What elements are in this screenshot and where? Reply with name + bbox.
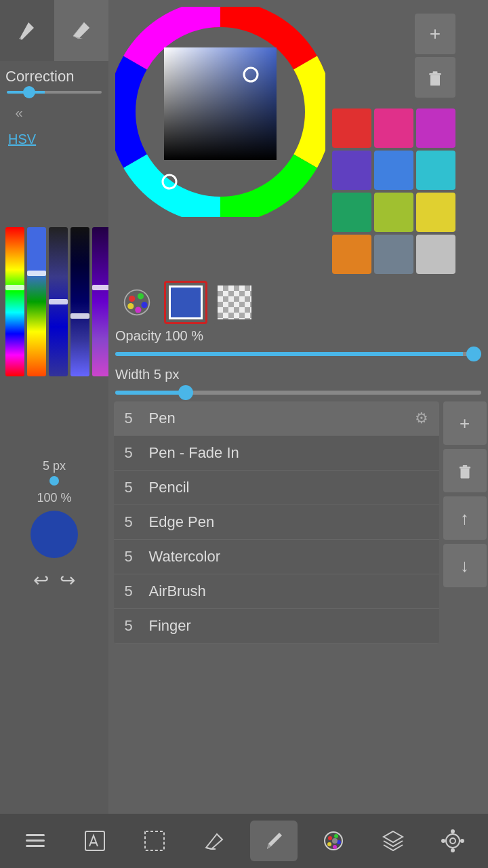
- settings-bottom-button[interactable]: [429, 821, 476, 861]
- svg-rect-16: [460, 469, 469, 479]
- svg-point-30: [332, 838, 338, 844]
- svg-rect-23: [145, 831, 164, 850]
- value-slider[interactable]: [49, 227, 68, 376]
- delete-brush-button[interactable]: [443, 449, 487, 492]
- move-brush-down-button[interactable]: ↓: [443, 544, 487, 587]
- layers-button[interactable]: [369, 821, 417, 861]
- saturation-slider[interactable]: [27, 227, 46, 376]
- brush-item-6[interactable]: 5Finger: [114, 609, 439, 644]
- brush-size-6: 5: [125, 617, 149, 635]
- extra-slider[interactable]: [70, 227, 89, 376]
- swatch-7[interactable]: [374, 193, 413, 232]
- svg-rect-19: [26, 834, 45, 836]
- svg-rect-9: [433, 71, 438, 73]
- width-label: Width 5 px: [115, 367, 481, 382]
- swatch-10[interactable]: [374, 235, 413, 274]
- svg-point-14: [127, 303, 134, 309]
- pen-bottom-button[interactable]: [250, 821, 298, 861]
- brush-name-1: Pen - Fade In: [149, 444, 428, 462]
- transparent-color-button[interactable]: [213, 281, 256, 324]
- extra-slider-wrap: [70, 153, 89, 451]
- hue-slider-wrap: [5, 153, 24, 451]
- correction-slider[interactable]: [7, 91, 102, 94]
- eraser-bottom-button[interactable]: [190, 821, 238, 861]
- solid-color-preview: [169, 285, 203, 319]
- width-slider[interactable]: [115, 391, 481, 395]
- correction-label: Correction: [0, 61, 79, 88]
- right-panel: +: [332, 7, 455, 274]
- move-brush-up-button[interactable]: ↑: [443, 496, 487, 540]
- undo-redo-buttons: ↩ ↪: [33, 569, 75, 591]
- svg-point-36: [460, 839, 464, 843]
- svg-point-25: [328, 836, 332, 840]
- palette-bottom-button[interactable]: [310, 821, 357, 861]
- brush-item-4[interactable]: 5Watercolor: [114, 540, 439, 574]
- brush-item-3[interactable]: 5Edge Pen: [114, 505, 439, 540]
- swatch-6[interactable]: [332, 193, 371, 232]
- brush-list-section: 5Pen⚙5Pen - Fade In5Pencil5Edge Pen5Wate…: [114, 401, 487, 644]
- svg-point-26: [334, 834, 338, 838]
- collapse-arrow[interactable]: «: [5, 99, 33, 126]
- color-wheel-svg[interactable]: [115, 7, 325, 217]
- left-sidebar: Correction « HSV: [0, 0, 108, 814]
- delete-swatch-button[interactable]: [415, 57, 455, 98]
- svg-rect-20: [26, 840, 45, 842]
- svg-rect-21: [26, 845, 45, 847]
- brush-name-3: Edge Pen: [149, 513, 428, 531]
- hue-slider[interactable]: [5, 227, 24, 376]
- brush-name-4: Watercolor: [149, 548, 428, 566]
- main-area: +: [108, 0, 488, 814]
- svg-rect-7: [430, 75, 440, 86]
- swatch-1[interactable]: [374, 108, 413, 148]
- opacity-slider-row: Opacity 100 %: [115, 328, 481, 359]
- val-slider-wrap: [49, 153, 68, 451]
- swatches-grid: [332, 108, 455, 274]
- brush-size-0: 5: [125, 410, 149, 427]
- svg-point-29: [333, 845, 337, 849]
- svg-point-13: [141, 302, 147, 308]
- correction-slider-row: [0, 88, 108, 96]
- brush-size-3: 5: [125, 513, 149, 531]
- transparent-color-preview: [218, 285, 251, 319]
- brush-item-5[interactable]: 5AirBrush: [114, 574, 439, 609]
- brush-name-0: Pen: [149, 410, 415, 427]
- swatch-4[interactable]: [374, 151, 413, 190]
- selection-button[interactable]: [131, 821, 178, 861]
- swatch-0[interactable]: [332, 108, 371, 148]
- svg-point-11: [129, 296, 135, 302]
- brush-item-0[interactable]: 5Pen⚙: [114, 401, 439, 436]
- add-delete-buttons: +: [415, 14, 455, 98]
- brush-item-2[interactable]: 5Pencil: [114, 471, 439, 505]
- brush-list-actions: + ↑ ↓: [443, 401, 487, 644]
- swatch-2[interactable]: [416, 108, 455, 148]
- add-brush-button[interactable]: +: [443, 401, 487, 445]
- swatch-3[interactable]: [332, 151, 371, 190]
- svg-point-15: [135, 307, 141, 313]
- svg-point-28: [327, 842, 331, 846]
- color-wheel-section: +: [108, 7, 488, 274]
- swatch-9[interactable]: [332, 235, 371, 274]
- undo-button[interactable]: ↩: [33, 569, 49, 591]
- swatch-8[interactable]: [416, 193, 455, 232]
- pen-tool-button[interactable]: [0, 0, 54, 61]
- opacity-slider[interactable]: [115, 352, 481, 356]
- brush-name-2: Pencil: [149, 479, 428, 496]
- solid-color-button[interactable]: [164, 281, 207, 324]
- swatch-5[interactable]: [416, 151, 455, 190]
- brush-size-1: 5: [125, 444, 149, 462]
- palette-picker-button[interactable]: [115, 281, 159, 324]
- brush-name-5: AirBrush: [149, 583, 428, 600]
- svg-rect-18: [462, 465, 467, 467]
- svg-point-33: [451, 829, 455, 833]
- svg-point-34: [451, 848, 455, 852]
- brush-item-1[interactable]: 5Pen - Fade In: [114, 436, 439, 471]
- edit-button[interactable]: [71, 821, 119, 861]
- color-wheel-wrap: [115, 7, 325, 224]
- menu-button[interactable]: [12, 821, 59, 861]
- add-swatch-button[interactable]: +: [415, 14, 455, 54]
- eraser-tool-button[interactable]: [54, 0, 108, 61]
- swatch-11[interactable]: [416, 235, 455, 274]
- redo-button[interactable]: ↪: [60, 569, 75, 591]
- gear-icon-0[interactable]: ⚙: [415, 410, 428, 427]
- hsv-label[interactable]: HSV: [8, 132, 36, 147]
